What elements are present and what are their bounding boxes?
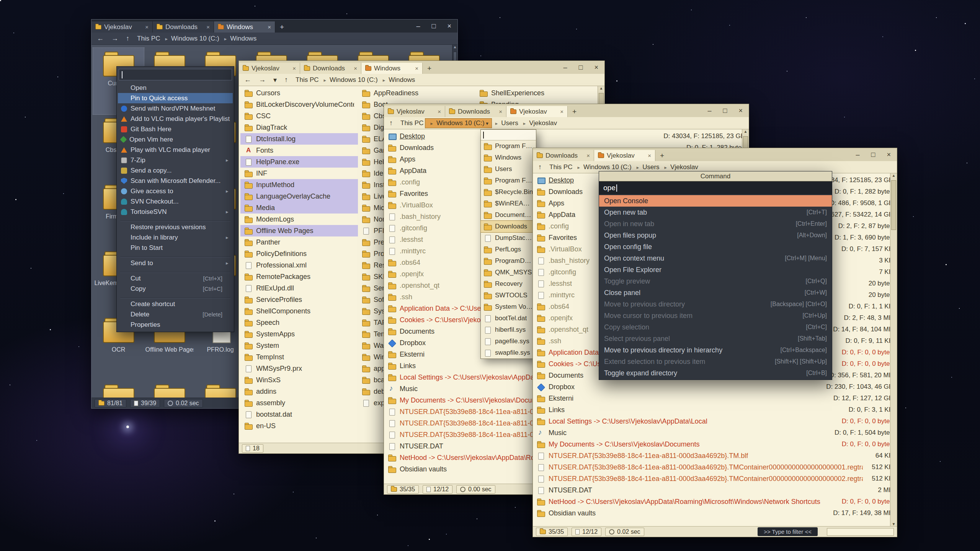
file-row[interactable]: ShellComponents [240, 305, 358, 317]
command-item[interactable]: Select previous panel [Shift+Tab] [599, 333, 832, 344]
tab[interactable]: Vjekoslav × [594, 150, 655, 161]
context-menu-item[interactable]: Send to ▸ [118, 258, 233, 268]
context-menu-item[interactable]: Include in library ▸ [118, 232, 233, 243]
command-item[interactable]: Copy selection [Ctrl+C] [599, 321, 832, 333]
context-menu-item[interactable]: Restore previous versions [118, 222, 233, 232]
dropdown-item[interactable]: pagefile.sys [481, 336, 536, 347]
breadcrumb-item[interactable]: Users [492, 119, 520, 128]
context-menu-filter-input[interactable] [119, 69, 232, 80]
tab-close-icon[interactable]: × [560, 108, 564, 115]
close-button[interactable]: × [447, 22, 451, 30]
breadcrumb-item[interactable]: Windows 10 (C:) [162, 34, 220, 43]
dropdown-filter-input[interactable] [481, 130, 536, 140]
file-row[interactable]: ShellExperiences [475, 87, 588, 99]
file-row[interactable]: addins [240, 386, 358, 397]
dropdown-item[interactable]: swapfile.sys [481, 347, 536, 359]
maximize-button[interactable]: □ [723, 107, 727, 115]
file-row[interactable]: en-US [240, 420, 358, 432]
context-menu-item[interactable] [120, 295, 230, 298]
context-menu-item[interactable]: Copy [Ctrl+C] [118, 284, 233, 294]
back-button[interactable]: ← [243, 76, 253, 84]
file-row[interactable]: Offline Web Pages [240, 225, 358, 236]
file-row[interactable]: NTUSER.DAT 2 MB [533, 484, 897, 496]
command-item[interactable]: Open context menu [Ctrl+M] [Menu] [599, 253, 832, 264]
breadcrumb-item[interactable]: This PC [136, 34, 162, 43]
tab-close-icon[interactable]: × [354, 65, 357, 72]
file-row[interactable]: INF [240, 168, 358, 179]
maximize-button[interactable]: □ [432, 22, 436, 30]
file-row[interactable]: ServiceProfiles [240, 294, 358, 305]
tab-close-icon[interactable]: × [268, 24, 271, 30]
tab[interactable]: Windows × [214, 21, 275, 33]
scrollbar[interactable]: ▲ ▼ [890, 173, 897, 526]
file-row[interactable]: WinSxS [240, 374, 358, 386]
tab-bar[interactable]: Vjekoslav × Downloads × Vjekoslav × + – … [384, 104, 749, 117]
file-row[interactable]: Media [240, 202, 358, 214]
tab-bar[interactable]: Downloads × Vjekoslav × + – □ × [533, 148, 897, 161]
breadcrumb-item[interactable]: Users [633, 163, 661, 172]
scroll-up-icon[interactable]: ▲ [453, 45, 457, 49]
command-item[interactable]: Open File Explorer [599, 264, 832, 276]
dropdown-item[interactable]: Program Files [481, 140, 536, 152]
file-row[interactable]: Local Settings -> C:\Users\Vjekoslav\App… [533, 416, 897, 427]
tab-close-icon[interactable]: × [438, 108, 441, 115]
file-row[interactable]: RtlExUpd.dll [240, 282, 358, 294]
file-row[interactable]: Dropbox D: 230, F: 1043, 46 GB [533, 381, 897, 393]
file-row[interactable]: My Documents -> C:\Users\Vjekoslav\Docum… [533, 439, 897, 450]
minimize-button[interactable]: – [564, 64, 567, 72]
scroll-down-icon[interactable]: ▼ [892, 522, 896, 526]
file-row[interactable]: NTUSER.DAT{53b39e88-18c4-11ea-a811-000d3… [533, 450, 897, 461]
context-menu-item[interactable]: Properties [118, 320, 233, 330]
new-tab-button[interactable]: + [655, 150, 669, 161]
file-row[interactable]: SystemApps [240, 328, 358, 340]
file-row[interactable]: InputMethod [240, 179, 358, 191]
file-row[interactable]: DtcInstall.log [240, 133, 358, 145]
maximize-button[interactable]: □ [871, 151, 875, 159]
tab[interactable]: Vjekoslav × [239, 63, 300, 74]
tab[interactable]: Downloads × [153, 21, 214, 33]
file-row[interactable]: System [240, 340, 358, 351]
maximize-button[interactable]: □ [579, 64, 583, 72]
tab[interactable]: Windows × [361, 63, 423, 74]
close-button[interactable]: × [594, 64, 598, 72]
command-item[interactable]: Open in new tab [Ctrl+Enter] [599, 218, 832, 230]
type-to-filter-hint[interactable]: >> Type to filter << [758, 527, 818, 536]
file-row[interactable]: Professional.xml [240, 259, 358, 271]
context-menu-item[interactable]: Give access to ▸ [118, 186, 233, 196]
file-row[interactable]: Eksterni D: 12, F: 127, 12 GB [533, 393, 897, 404]
file-row[interactable]: bootstat.dat [240, 409, 358, 420]
command-item[interactable]: Move cursor to previous item [Ctrl+Up] [599, 310, 832, 321]
dropdown-item[interactable]: Windows [481, 152, 536, 163]
command-item[interactable]: Open Console [599, 195, 832, 207]
dropdown-item[interactable]: Recovery [481, 278, 536, 290]
dropdown-item[interactable]: System Volume Information [481, 301, 536, 313]
forward-button[interactable]: → [257, 76, 267, 84]
command-item[interactable]: Open config file [599, 241, 832, 253]
dropdown-item[interactable]: $Recycle.Bin [481, 186, 536, 198]
context-menu-item[interactable]: Send a copy... [118, 165, 233, 176]
breadcrumb-item[interactable]: Windows [221, 34, 258, 43]
context-menu-item[interactable] [120, 269, 230, 272]
new-tab-button[interactable]: + [423, 63, 436, 74]
tab-bar[interactable]: Vjekoslav × Downloads × Windows × + – □ [239, 61, 604, 74]
file-row[interactable]: CSC [240, 110, 358, 122]
tab[interactable]: Vjekoslav × [384, 106, 445, 117]
context-menu-item[interactable] [120, 254, 230, 257]
context-menu-item[interactable]: Open [118, 83, 233, 93]
new-tab-button[interactable]: + [568, 106, 581, 117]
tab[interactable]: Vjekoslav × [506, 106, 568, 117]
up-button[interactable]: ↑ [124, 34, 131, 42]
file-row[interactable]: RemotePackages [240, 271, 358, 282]
up-button[interactable]: ↑ [537, 163, 543, 171]
context-menu-item[interactable]: Git Bash Here [118, 124, 233, 134]
breadcrumb-item[interactable]: Windows 10 (C:) [320, 75, 379, 85]
up-button[interactable]: ↑ [388, 119, 394, 127]
context-menu-item[interactable]: Delete [Delete] [118, 309, 233, 320]
context-menu-item[interactable]: Cut [Ctrl+X] [118, 273, 233, 284]
tab-close-icon[interactable]: × [586, 152, 590, 159]
file-row[interactable]: Panther [240, 236, 358, 248]
minimize-button[interactable]: – [708, 107, 712, 115]
dropdown-button[interactable]: ▾ [272, 76, 278, 84]
dropdown-item[interactable]: SWTOOLS [481, 290, 536, 301]
scroll-up-icon[interactable]: ▲ [599, 86, 603, 90]
